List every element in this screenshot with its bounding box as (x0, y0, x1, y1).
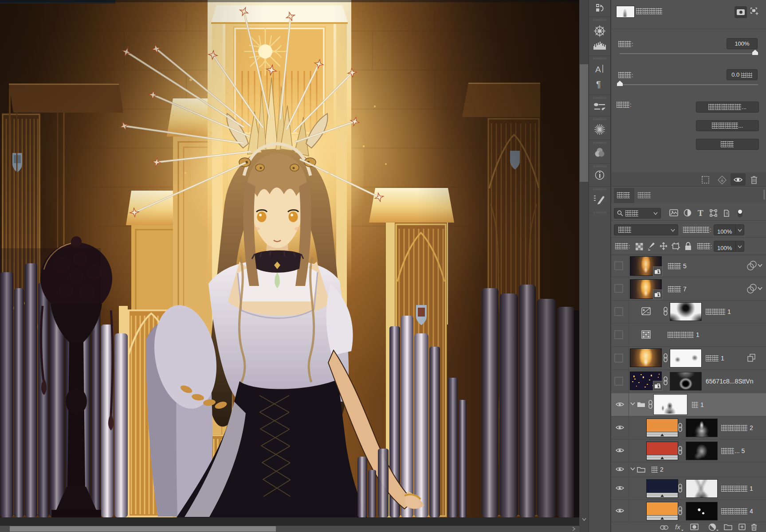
svg-text:fx: fx (675, 523, 680, 531)
svg-text:T: T (698, 209, 703, 218)
svg-text:¶: ¶ (596, 79, 601, 89)
svg-text:A: A (595, 65, 601, 74)
